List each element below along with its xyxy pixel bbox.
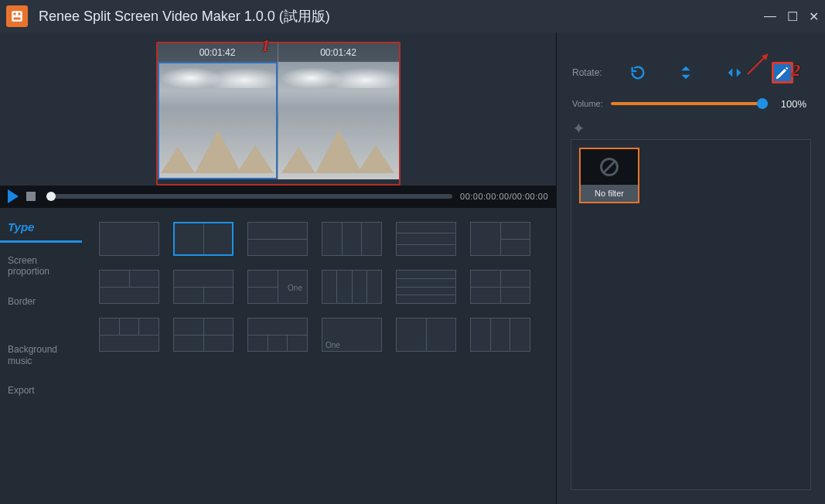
playbar: 00:00:00:00/00:00:00 — [0, 186, 556, 207]
stop-button[interactable] — [26, 192, 36, 201]
sidebar-item-export[interactable]: Export — [0, 379, 82, 402]
flip-vertical-icon[interactable] — [675, 62, 697, 83]
layout-1x3[interactable] — [322, 222, 382, 256]
preview-right[interactable]: 00:01:42 — [278, 43, 399, 179]
sidebar-item-background-music[interactable]: Background music — [0, 338, 82, 373]
sidebar-item-screen-proportion[interactable]: Screen proportion — [0, 249, 82, 284]
layout-right-split[interactable]: One — [247, 270, 308, 304]
layout-partial-b[interactable] — [396, 318, 456, 352]
titlebar: Renee Split Screen Video Maker 1.0.0 (試用… — [0, 0, 825, 32]
sidebar-item-border[interactable]: Border — [0, 290, 82, 313]
filter-panel: No filter — [571, 139, 811, 490]
svg-marker-6 — [682, 66, 690, 71]
gallery: Type Screen proportion Border Background… — [0, 207, 556, 504]
main-area: 00:01:42 00:01:42 1 — [0, 32, 825, 504]
layout-top3-bottom1[interactable] — [99, 318, 159, 352]
volume-value: 100% — [776, 98, 806, 110]
svg-marker-7 — [682, 75, 690, 80]
seek-thumb[interactable] — [46, 192, 56, 201]
volume-row: Volume: 100% — [557, 90, 825, 117]
filter-no-filter[interactable]: No filter — [579, 148, 639, 203]
app-title: Renee Split Screen Video Maker 1.0.0 (試用… — [39, 7, 764, 26]
filter-label: No filter — [581, 185, 638, 202]
minimize-button[interactable]: — — [764, 9, 776, 23]
no-filter-icon — [581, 149, 638, 185]
layout-2x1[interactable] — [247, 222, 308, 256]
layout-quad-b[interactable] — [247, 318, 308, 352]
layout-3x1[interactable] — [396, 222, 456, 256]
preview-left-time: 00:01:42 — [158, 43, 278, 62]
svg-rect-0 — [12, 11, 22, 22]
close-button[interactable]: ✕ — [809, 9, 819, 24]
layout-grid: One One — [82, 208, 556, 504]
svg-marker-8 — [728, 69, 732, 77]
annotation-marker-2: 2 — [792, 60, 800, 80]
preview-left-scene — [158, 62, 278, 179]
preview-right-time: 00:01:42 — [278, 43, 399, 62]
left-pane: 00:01:42 00:01:42 1 — [0, 32, 556, 504]
app-icon — [6, 5, 28, 27]
app-window: Renee Split Screen Video Maker 1.0.0 (試用… — [0, 0, 825, 504]
play-button[interactable] — [8, 189, 19, 203]
preview-left[interactable]: 00:01:42 — [158, 43, 278, 179]
layout-l-shape-a[interactable] — [470, 222, 530, 256]
preview-right-scene — [278, 62, 399, 179]
preview-split[interactable]: 00:01:42 00:01:42 — [156, 42, 401, 186]
annotation-marker-1: 1 — [261, 36, 270, 56]
volume-label: Volume: — [572, 99, 603, 108]
svg-rect-1 — [14, 13, 16, 15]
layout-l-shape-b[interactable] — [99, 270, 159, 304]
sidebar-item-type[interactable]: Type — [0, 214, 82, 243]
layout-1x4[interactable] — [322, 270, 382, 304]
rotate-cw-icon[interactable] — [627, 62, 649, 83]
preview-area: 00:01:42 00:01:42 1 — [0, 32, 556, 186]
rotate-label: Rotate: — [572, 67, 614, 78]
layout-1x1[interactable] — [99, 222, 159, 256]
seek-track[interactable] — [46, 194, 452, 199]
flip-horizontal-icon[interactable] — [724, 62, 745, 83]
layout-quad-a[interactable] — [173, 318, 234, 352]
layout-partial-c[interactable] — [470, 318, 530, 352]
layout-2x2[interactable] — [470, 270, 530, 304]
volume-thumb[interactable] — [757, 98, 768, 109]
category-sidebar: Type Screen proportion Border Background… — [0, 208, 82, 504]
svg-rect-2 — [19, 13, 21, 15]
svg-rect-3 — [14, 18, 21, 20]
layout-t-shape[interactable] — [173, 270, 234, 304]
layout-partial-a[interactable]: One — [322, 318, 382, 352]
rotate-row: Rotate: — [557, 56, 825, 90]
svg-marker-9 — [736, 69, 741, 77]
sidebar-item-blank[interactable] — [0, 319, 82, 332]
layout-label: One — [288, 284, 302, 292]
layout-4x1[interactable] — [396, 270, 456, 304]
filter-header-icon: ✦ — [557, 117, 825, 139]
layout-label: One — [326, 341, 340, 349]
maximize-button[interactable]: ☐ — [787, 9, 798, 24]
edit-pencil-icon[interactable] — [772, 62, 793, 83]
volume-slider[interactable] — [611, 102, 768, 105]
timecode: 00:00:00:00/00:00:00 — [460, 192, 548, 201]
svg-line-11 — [603, 161, 615, 173]
right-pane: 2 Rotate: — [556, 32, 825, 504]
layout-1x2[interactable] — [173, 222, 234, 256]
